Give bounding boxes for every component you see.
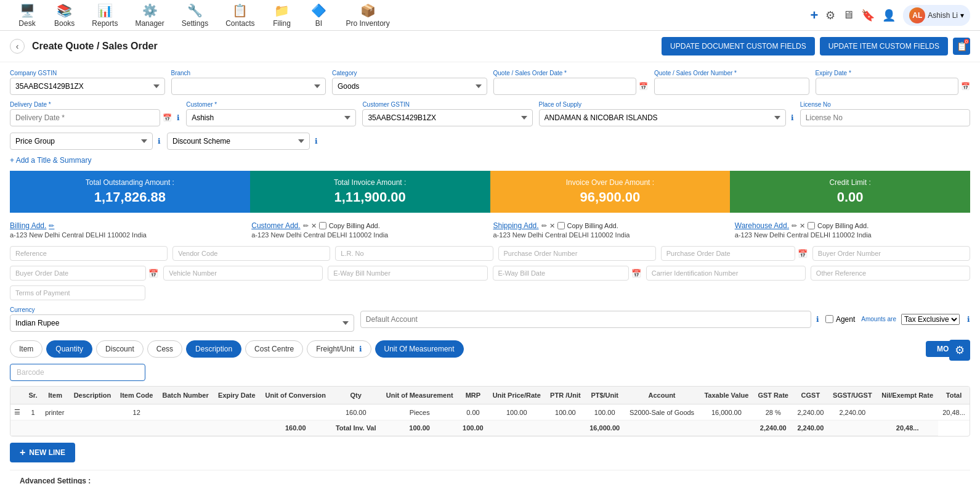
- eway-bill-number-input[interactable]: [328, 266, 487, 281]
- carrier-id-input[interactable]: [646, 266, 806, 281]
- freight-info-icon[interactable]: ℹ: [359, 345, 362, 353]
- shipping-edit-icon[interactable]: ✏: [541, 222, 547, 230]
- delivery-info-icon[interactable]: ℹ: [177, 113, 180, 122]
- currency-select[interactable]: Indian Rupee: [10, 314, 354, 332]
- customer-copy-checkbox[interactable]: [319, 222, 326, 229]
- customer-add-link[interactable]: Customer Add.: [251, 221, 300, 230]
- calendar-icon[interactable]: 📅: [639, 82, 648, 91]
- warehouse-add-link[interactable]: Warehouse Add.: [735, 221, 789, 230]
- vehicle-number-input[interactable]: [163, 266, 323, 281]
- add-title-summary-link[interactable]: + Add a Title & Summary: [10, 156, 91, 165]
- th-pts-unit: PT$/Unit: [585, 387, 625, 404]
- purchase-order-number-input[interactable]: [498, 246, 656, 261]
- tab-quantity[interactable]: Quantity: [46, 340, 92, 358]
- customer-select[interactable]: Ashish: [186, 109, 356, 126]
- license-no-input[interactable]: [800, 109, 970, 126]
- default-account-input[interactable]: [360, 311, 811, 328]
- buyer-date-calendar-icon[interactable]: 📅: [148, 269, 158, 278]
- place-of-supply-select[interactable]: ANDAMAN & NICOBAR ISLANDS: [539, 109, 786, 126]
- billing-address-block: Billing Add. ✏ a-123 New Delhi Central D…: [10, 221, 245, 239]
- nav-pro-inventory[interactable]: 📦 Pro Inventory: [338, 1, 397, 30]
- expiry-calendar-icon[interactable]: 📅: [961, 82, 970, 91]
- nav-manager[interactable]: ⚙️ Manager: [128, 1, 171, 30]
- tab-cost-centre[interactable]: Cost Centre: [245, 340, 303, 358]
- expiry-date-input[interactable]: 13/10/2021: [816, 78, 959, 95]
- tab-unit-of-measurement[interactable]: Unit Of Measurement: [375, 340, 464, 358]
- shipping-copy-label: Copy Billing Add.: [567, 222, 618, 229]
- back-button[interactable]: ‹: [10, 39, 25, 54]
- nav-filing[interactable]: 📁 Filing: [264, 1, 299, 30]
- row-drag-handle[interactable]: ☰: [10, 404, 25, 420]
- place-info-icon[interactable]: ℹ: [791, 113, 794, 122]
- amounts-are-select[interactable]: Tax Exclusive: [901, 314, 960, 325]
- tab-description[interactable]: Description: [186, 340, 241, 358]
- monitor-icon[interactable]: 🖥: [843, 9, 854, 22]
- warehouse-copy-checkbox[interactable]: [808, 222, 815, 229]
- floating-settings-gear[interactable]: ⚙: [949, 340, 970, 361]
- update-item-custom-fields-button[interactable]: UPDATE ITEM CUSTOM FIELDS: [820, 37, 948, 55]
- customer-gstin-select[interactable]: 35AABCS1429B1ZX: [362, 109, 532, 126]
- bookmark-icon[interactable]: 🔖: [861, 9, 875, 22]
- nav-books[interactable]: 📚 Books: [47, 1, 82, 30]
- quote-date-input[interactable]: 02/11/2021: [493, 78, 637, 95]
- discount-scheme-info-icon[interactable]: ℹ: [315, 137, 318, 146]
- customer-cross-icon[interactable]: ✕: [311, 222, 317, 230]
- purchase-order-date-input[interactable]: [661, 246, 795, 261]
- warehouse-cross-icon[interactable]: ✕: [800, 222, 805, 230]
- company-gstin-select[interactable]: 35AABCS1429B1ZX: [10, 78, 165, 95]
- company-gstin-group: Company GSTIN 35AABCS1429B1ZX: [10, 70, 165, 95]
- nav-contacts-label: Contacts: [225, 19, 254, 28]
- nav-bi[interactable]: 🔷 BI: [301, 1, 336, 30]
- discount-scheme-select[interactable]: Discount Scheme: [167, 133, 310, 150]
- profile-circle-icon[interactable]: 👤: [882, 9, 896, 22]
- purchase-date-calendar-icon[interactable]: 📅: [798, 249, 808, 258]
- user-name: Ashish Li: [928, 11, 958, 20]
- extra-row-3: [10, 285, 970, 300]
- billing-edit-icon[interactable]: ✏: [49, 222, 54, 230]
- eway-bill-date-input[interactable]: [493, 266, 629, 281]
- buyer-order-date-input[interactable]: [10, 266, 146, 281]
- warehouse-edit-icon[interactable]: ✏: [792, 222, 797, 230]
- user-badge[interactable]: AL Ashish Li ▾: [903, 5, 970, 26]
- barcode-input[interactable]: [10, 364, 145, 381]
- buyer-order-number-input[interactable]: [812, 246, 970, 261]
- account-info-icon[interactable]: ℹ: [816, 315, 819, 324]
- nav-reports[interactable]: 📊 Reports: [84, 1, 125, 30]
- add-button[interactable]: +: [810, 7, 818, 23]
- update-doc-custom-fields-button[interactable]: UPDATE DOCUMENT CUSTOM FIELDS: [662, 37, 815, 55]
- expiry-date-group: Expiry Date * 13/10/2021 📅: [816, 70, 971, 95]
- quote-number-input[interactable]: [654, 78, 809, 95]
- shipping-add-link[interactable]: Shipping Add.: [493, 221, 539, 230]
- nav-desk[interactable]: 🖥️ Desk: [10, 1, 44, 30]
- new-line-button[interactable]: + NEW LINE: [10, 443, 75, 462]
- vendor-code-input[interactable]: [172, 246, 330, 261]
- terms-of-payment-input[interactable]: [10, 285, 145, 300]
- amounts-info-icon[interactable]: ℹ: [967, 315, 970, 324]
- price-group-select[interactable]: Price Group: [10, 133, 153, 150]
- tab-item[interactable]: Item: [10, 340, 43, 358]
- customer-edit-icon[interactable]: ✏: [303, 222, 309, 230]
- credit-limit-value: 0.00: [740, 189, 960, 205]
- lr-no-input[interactable]: [335, 246, 493, 261]
- billing-add-link[interactable]: Billing Add. ✏: [10, 221, 245, 230]
- notification-button[interactable]: 📋 0: [953, 38, 970, 55]
- branch-select[interactable]: [171, 78, 326, 95]
- other-reference-input[interactable]: [811, 266, 970, 281]
- tab-freight-unit[interactable]: Freight/Unit ℹ: [307, 340, 371, 358]
- eway-date-calendar-icon[interactable]: 📅: [631, 269, 641, 278]
- contacts-icon: 📋: [232, 3, 248, 18]
- delivery-calendar-icon[interactable]: 📅: [163, 113, 172, 122]
- shipping-copy-checkbox[interactable]: [557, 222, 565, 229]
- delivery-date-input[interactable]: [10, 109, 160, 126]
- price-group-info-icon[interactable]: ℹ: [158, 137, 161, 146]
- category-select[interactable]: Goods: [332, 78, 487, 95]
- reference-input[interactable]: [10, 246, 168, 261]
- total-cgst: 2,240.00: [753, 420, 793, 436]
- agent-checkbox[interactable]: [825, 315, 833, 323]
- nav-settings[interactable]: 🔧 Settings: [174, 1, 216, 30]
- nav-contacts[interactable]: 📋 Contacts: [218, 1, 262, 30]
- settings-gear-icon[interactable]: ⚙: [825, 9, 835, 22]
- tab-cess[interactable]: Cess: [147, 340, 182, 358]
- tab-discount[interactable]: Discount: [96, 340, 144, 358]
- shipping-cross-icon[interactable]: ✕: [549, 222, 555, 230]
